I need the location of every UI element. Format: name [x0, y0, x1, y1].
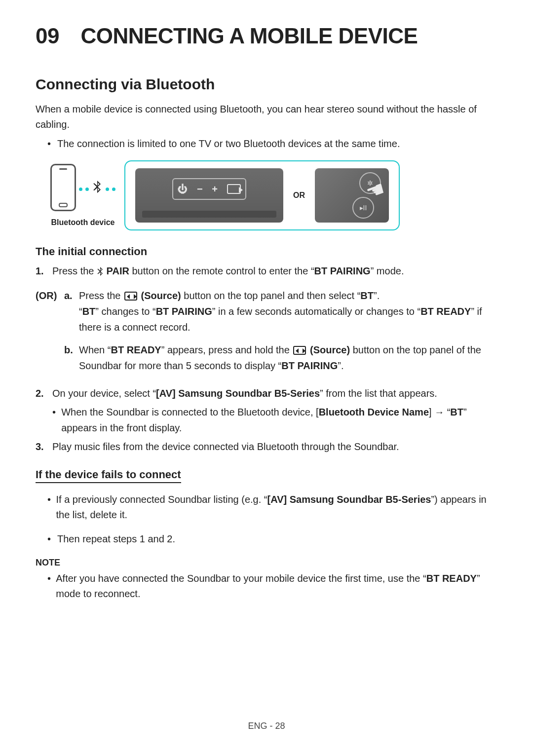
minus-icon: −	[197, 184, 203, 195]
note-bullet-1: • After you have connected the Soundbar …	[47, 571, 497, 602]
step-number: 1.	[36, 263, 52, 279]
bluetooth-icon	[93, 181, 102, 198]
step-number: 3.	[36, 439, 52, 454]
step-number: 2.	[36, 385, 52, 401]
bullet-dot: •	[47, 571, 56, 602]
limit-bullet: • The connection is limited to one TV or…	[47, 136, 497, 151]
or-block: (OR) a. Press the (Source) button on the…	[36, 288, 497, 380]
page-footer: ENG - 28	[0, 721, 533, 731]
or-label: OR	[293, 191, 305, 200]
sub-letter: b.	[64, 342, 79, 374]
source-icon	[124, 292, 137, 301]
fail-heading: If the device fails to connect	[36, 468, 181, 483]
step-2: 2. On your device, select “[AV] Samsung …	[36, 385, 497, 401]
note-heading: NOTE	[36, 558, 497, 568]
touchpad-icon: ✲ ▸II ☚	[315, 168, 389, 223]
section-heading: Connecting via Bluetooth	[36, 76, 497, 93]
step-1a: a. Press the (Source) button on the top …	[64, 288, 497, 335]
step-3: 3. Play music files from the device conn…	[36, 439, 497, 454]
intro-text: When a mobile device is connected using …	[36, 102, 497, 132]
page-title: 09 CONNECTING A MOBILE DEVICE	[36, 24, 497, 48]
sub-letter: a.	[64, 288, 79, 335]
fail-bullet-1: • If a previously connected Soundbar lis…	[47, 492, 497, 523]
bluetooth-signal-icon	[79, 181, 115, 198]
limit-text: The connection is limited to one TV or t…	[57, 136, 400, 151]
step-2-text: On your device, select “[AV] Samsung Sou…	[52, 385, 437, 401]
bullet-dot: •	[52, 404, 61, 436]
fail-bullet-1-text: If a previously connected Soundbar listi…	[56, 492, 498, 523]
or-label-inline: (OR)	[36, 288, 64, 380]
phone-icon	[50, 164, 76, 211]
plus-icon: +	[212, 184, 218, 195]
soundbar-panel: ⏻ − +	[172, 178, 246, 200]
note-bullet-1-text: After you have connected the Soundbar to…	[56, 571, 497, 602]
source-icon	[293, 346, 306, 355]
diagram: Bluetooth device ⏻ − + OR ✲ ▸II ☚	[50, 160, 497, 230]
bluetooth-icon	[97, 267, 104, 277]
soundbar-top-icon: ⏻ − +	[135, 168, 283, 223]
step-2-bullet: • When the Soundbar is connected to the …	[52, 404, 497, 436]
step-1b: b. When “BT READY” appears, press and ho…	[64, 342, 497, 374]
step-2-bullet-text: When the Soundbar is connected to the Bl…	[61, 404, 497, 436]
fail-bullet-2-text: Then repeat steps 1 and 2.	[57, 531, 175, 547]
phone-label: Bluetooth device	[50, 218, 115, 227]
source-icon	[227, 184, 241, 194]
power-icon: ⏻	[178, 184, 188, 195]
initial-heading: The initial connection	[36, 245, 497, 258]
step-1b-text: When “BT READY” appears, press and hold …	[79, 342, 497, 374]
bullet-dot: •	[47, 136, 57, 151]
step-1-text: Press the PAIR button on the remote cont…	[52, 263, 404, 279]
step-3-text: Play music files from the device connect…	[52, 439, 399, 454]
soundbar-frame: ⏻ − + OR ✲ ▸II ☚	[124, 160, 400, 230]
step-1a-text: Press the (Source) button on the top pan…	[79, 288, 497, 335]
phone-column: Bluetooth device	[50, 164, 115, 227]
bullet-dot: •	[47, 531, 57, 547]
fail-bullet-2: • Then repeat steps 1 and 2.	[47, 531, 497, 547]
step-1: 1. Press the PAIR button on the remote c…	[36, 263, 497, 279]
bullet-dot: •	[47, 492, 56, 523]
